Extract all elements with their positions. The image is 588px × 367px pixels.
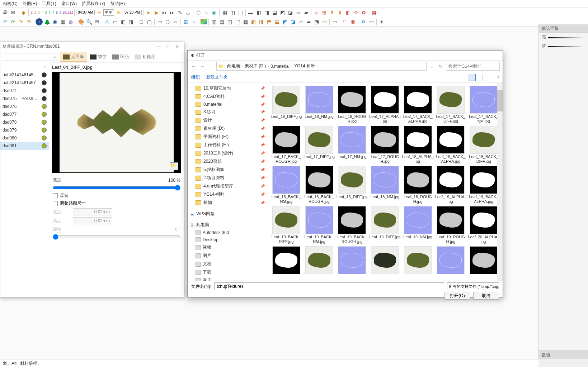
file-thumbnail[interactable]: Leaf_18_ALPHA.jpg <box>402 126 434 165</box>
pin-icon[interactable]: 📌 <box>260 143 265 147</box>
file-thumbnail[interactable]: Leaf_18_BACK_ALPHA.jpg <box>435 126 467 165</box>
sun-tool-icon[interactable]: ☼ <box>313 9 320 16</box>
box-icon[interactable]: ⬓ <box>273 18 281 25</box>
pin-icon[interactable]: 📌 <box>260 86 265 90</box>
panel-titlebar[interactable]: 材质编辑器- CRN.mmfdsd081 — □ ✕ <box>0 42 184 51</box>
tree-folder[interactable]: 10.草图安装包📌 <box>188 84 267 92</box>
box-icon[interactable]: ◪ <box>289 18 296 25</box>
checker-icon[interactable]: ▦ <box>59 18 66 25</box>
height-input[interactable]: 0.025 m <box>73 217 112 224</box>
pin-icon[interactable]: 📌 <box>260 168 265 172</box>
tree-item[interactable]: 视频 <box>188 243 267 252</box>
tool-icon[interactable]: ▰ <box>302 9 310 16</box>
file-thumbnail[interactable] <box>336 246 368 281</box>
arc-icon[interactable]: ◡ <box>184 9 192 16</box>
file-thumbnail[interactable] <box>270 246 302 281</box>
file-thumbnail[interactable]: Leaf_18_BACK_DIFF.jpg <box>467 126 500 165</box>
crumb-segment[interactable]: 0.material <box>269 64 291 69</box>
refresh-icon[interactable]: ⟳ <box>9 18 17 25</box>
dropdown-icon[interactable]: ⌄ <box>429 64 435 69</box>
tree-folder[interactable]: 工作资料 (E:)📌 <box>188 141 267 149</box>
tree-icon[interactable]: 🌲 <box>43 18 51 25</box>
menu-item[interactable]: 窗口(W) <box>61 1 77 7</box>
pin-icon[interactable]: 📌 <box>260 192 265 196</box>
sq-icon[interactable]: □ <box>138 18 145 25</box>
box-icon[interactable]: ▰ <box>305 18 312 25</box>
tree-item[interactable]: Autodesk 360 <box>188 229 267 236</box>
hex-icon[interactable]: ⬡ <box>164 18 171 25</box>
box-icon[interactable]: ◧ <box>250 18 257 25</box>
pin-icon[interactable]: 📌 <box>260 110 265 114</box>
crumb-segment[interactable]: YG14-树叶 <box>293 63 316 69</box>
box-icon[interactable]: ◨ <box>258 18 265 25</box>
material-item[interactable]: dsd080 <box>0 134 49 142</box>
rsq-icon[interactable]: ▢ <box>146 18 153 25</box>
cycle-icon[interactable]: ⟲ <box>25 18 32 25</box>
tree-folder[interactable]: 8.练习📌 <box>188 108 267 116</box>
crumb-segment[interactable]: 素材库 (D:) <box>244 63 267 69</box>
file-thumbnail[interactable]: Leaf_17_BACK_ALPHA.jpg <box>402 86 434 124</box>
scene-numbers[interactable]: 123456789101112 <box>30 11 73 14</box>
gear2-icon[interactable]: ✿ <box>360 9 367 16</box>
open-button[interactable]: 打开(O) <box>444 292 470 300</box>
frame-icon[interactable]: ⬚ <box>342 18 349 25</box>
grid3-icon[interactable]: ▦ <box>371 9 378 16</box>
nav-back-icon[interactable]: ← <box>190 64 197 69</box>
send-icon[interactable]: ✉ <box>9 9 17 16</box>
tool-icon[interactable]: ▦ <box>242 18 249 25</box>
pin-icon[interactable]: 📌 <box>260 184 265 188</box>
import-icon[interactable]: ⬇ <box>337 9 344 16</box>
box-icon[interactable]: ⬔ <box>313 18 320 25</box>
file-thumbnail[interactable]: Leaf_17_BACK_ROUGH.jpg <box>270 126 302 165</box>
refresh-icon[interactable]: ⟳ <box>437 64 444 69</box>
circle3-icon[interactable]: ○ <box>172 18 179 25</box>
file-thumbnail[interactable]: Leaf_16_DIFF.jpg <box>270 86 302 124</box>
file-thumbnail[interactable]: Leaf_17_BACK_NM.jpg <box>467 86 500 124</box>
file-thumbnail[interactable] <box>369 246 401 281</box>
dock-bottom-title[interactable]: 数值 <box>539 351 588 359</box>
file-thumbnail[interactable] <box>402 246 434 281</box>
tree-folder[interactable]: 2020蒲总📌 <box>188 157 267 166</box>
menu-item[interactable]: 帮助(H) <box>110 1 125 7</box>
dock-title[interactable]: 默认面板 <box>539 24 588 33</box>
filetype-filter[interactable]: 所有的支持文件 (*.bmp;*.jpg; <box>447 282 499 290</box>
newfolder-link[interactable]: 新建文件夹 <box>206 74 228 80</box>
tab-bump[interactable]: 凹凸 <box>109 52 132 61</box>
resize-checkbox[interactable] <box>53 201 58 206</box>
tree-folder[interactable]: 2019工作(设计)📌 <box>188 149 267 157</box>
road-icon[interactable]: ▬ <box>247 9 254 16</box>
dialog-titlebar[interactable]: ✱ 打开 <box>188 51 503 61</box>
proxy-icon[interactable]: ◉ <box>211 9 218 16</box>
file-thumbnail[interactable]: Leaf_19_BACK_ALPHA.jpg <box>467 166 500 205</box>
tree-folder[interactable]: 设计📌 <box>188 116 267 124</box>
cancel-button[interactable]: 取消 <box>473 292 499 300</box>
grid2-icon[interactable]: ⊞ <box>321 9 328 16</box>
organize-link[interactable]: 组织 <box>191 74 200 80</box>
tree-folder[interactable]: YG14-树叶📌 <box>188 190 267 199</box>
dup-icon[interactable]: ▭ <box>368 18 375 25</box>
play-icon[interactable]: ◆ <box>20 9 27 16</box>
file-thumbnail[interactable]: Leaf_18_ROUGH.jpg <box>402 166 434 205</box>
scrollbar[interactable] <box>497 83 503 281</box>
tree-wps[interactable]: ☁WPS网盘 <box>188 210 267 218</box>
tree-folder[interactable]: 素材库 (D:)📌 <box>188 124 267 133</box>
browse-button[interactable]: 📁 <box>170 162 178 170</box>
mail-icon[interactable]: ✉ <box>93 18 100 25</box>
next-icon[interactable]: ⏭ <box>169 9 176 16</box>
file-thumbnail[interactable]: Leaf_19_DIFF.jpg <box>369 206 401 245</box>
material-item[interactable]: dsd075__Polish… <box>0 95 49 103</box>
tree-folder[interactable]: 平面资料 (F:)📌 <box>188 133 267 141</box>
file-thumbnail[interactable]: Leaf_18_NM.jpg <box>369 166 401 205</box>
prev-icon[interactable]: ⏮ <box>161 9 168 16</box>
tree-item[interactable]: 下载 <box>188 268 267 276</box>
print-icon[interactable]: 🖶 <box>1 9 9 16</box>
tree-folder[interactable]: 4.en代理模型库📌 <box>188 182 267 190</box>
p1-icon[interactable]: ▭ <box>112 18 119 25</box>
export-icon[interactable]: ⬆ <box>329 9 336 16</box>
box-icon[interactable]: ◧ <box>344 9 352 16</box>
brightness-slider[interactable] <box>53 185 180 191</box>
trash-icon[interactable]: 🗑 <box>349 18 357 25</box>
file-thumbnail[interactable] <box>435 246 467 281</box>
back-icon[interactable]: ‹ <box>50 54 60 60</box>
tool-icon[interactable]: ⬚ <box>234 18 241 25</box>
